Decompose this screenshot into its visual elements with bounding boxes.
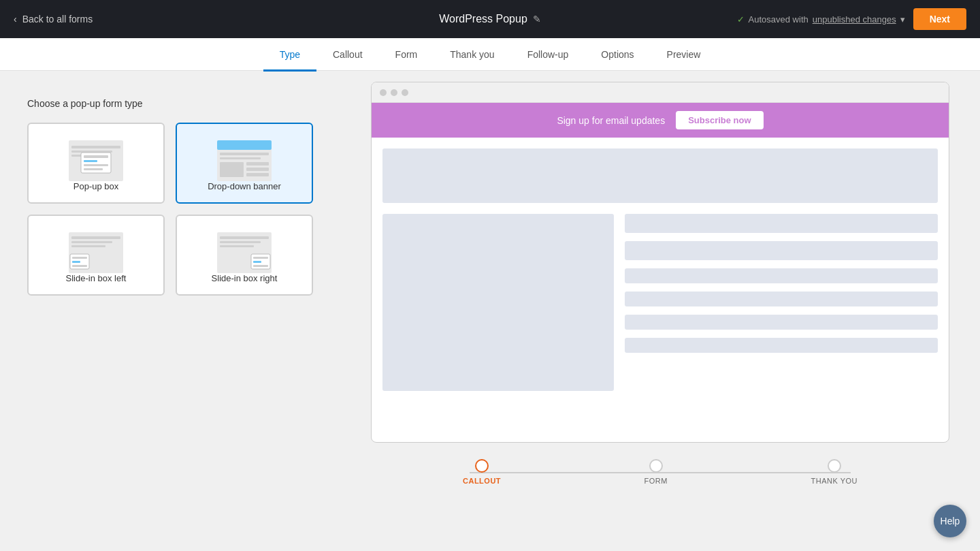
form-type-slide-in-right[interactable]: Slide-in box right xyxy=(176,215,313,296)
svg-rect-15 xyxy=(246,168,269,171)
svg-rect-16 xyxy=(246,173,269,176)
step-label-form: FORM xyxy=(644,477,668,485)
next-button[interactable]: Next xyxy=(913,8,966,30)
autosaved-status: ✓ Autosaved with unpublished changes ▾ xyxy=(737,14,905,25)
tab-preview[interactable]: Preview xyxy=(651,39,717,72)
edit-icon[interactable]: ✎ xyxy=(533,14,541,25)
tab-type[interactable]: Type xyxy=(263,39,316,72)
svg-rect-20 xyxy=(71,245,105,247)
choose-label: Choose a pop-up form type xyxy=(27,98,313,109)
unpublished-changes-link[interactable]: unpublished changes xyxy=(813,14,896,25)
svg-rect-12 xyxy=(220,157,261,159)
svg-rect-32 xyxy=(253,265,268,267)
skeleton-line-4 xyxy=(625,292,938,306)
browser-dot-1 xyxy=(380,89,387,96)
tabs-bar: Type Callout Form Thank you Follow-up Op… xyxy=(0,38,980,71)
svg-rect-26 xyxy=(220,236,269,239)
svg-rect-5 xyxy=(84,155,108,158)
slide-in-left-label: Slide-in box left xyxy=(66,273,127,283)
dropdown-banner-icon xyxy=(217,140,272,181)
svg-rect-7 xyxy=(84,164,108,166)
skeleton-text-block xyxy=(625,214,938,391)
skeleton-line-5 xyxy=(625,315,938,330)
tab-form[interactable]: Form xyxy=(379,39,434,72)
popup-box-label: Pop-up box xyxy=(74,181,119,191)
svg-rect-23 xyxy=(72,261,80,263)
browser-bar xyxy=(372,82,949,103)
tab-follow-up[interactable]: Follow-up xyxy=(511,39,585,72)
svg-rect-8 xyxy=(84,168,103,170)
top-nav: ‹ Back to all forms WordPress Popup ✎ ✓ … xyxy=(0,0,980,38)
svg-rect-14 xyxy=(246,162,269,166)
tab-callout[interactable]: Callout xyxy=(316,39,379,72)
form-type-dropdown-banner[interactable]: Drop-down banner xyxy=(176,123,313,204)
nav-right: ✓ Autosaved with unpublished changes ▾ N… xyxy=(737,8,966,30)
tab-thank-you[interactable]: Thank you xyxy=(434,39,510,72)
step-thank-you: THANK YOU xyxy=(811,459,858,485)
page-title: WordPress Popup ✎ xyxy=(439,13,541,25)
svg-rect-11 xyxy=(220,153,269,155)
skeleton-line-1 xyxy=(625,214,938,233)
step-label-thank-you: THANK YOU xyxy=(811,477,858,485)
svg-rect-30 xyxy=(253,257,268,259)
step-form: FORM xyxy=(644,459,668,485)
skeleton-row xyxy=(382,214,938,391)
subscribe-button[interactable]: Subscribe now xyxy=(676,111,763,129)
slide-in-right-icon xyxy=(217,232,272,273)
progress-container: CALLOUT FORM THANK YOU xyxy=(371,443,949,490)
browser-preview: Sign up for email updates Subscribe now xyxy=(371,82,949,443)
svg-rect-1 xyxy=(71,146,120,148)
step-callout: CALLOUT xyxy=(463,459,501,485)
slide-in-right-label: Slide-in box right xyxy=(212,273,278,283)
page-skeleton xyxy=(372,138,949,402)
step-circle-form xyxy=(649,459,663,473)
autosaved-text: Autosaved with xyxy=(749,14,808,25)
banner-text: Sign up for email updates xyxy=(557,115,665,126)
popup-box-icon xyxy=(69,140,123,181)
form-types-grid: Pop-up box Drop-down xyxy=(27,123,313,296)
back-arrow-icon: ‹ xyxy=(14,14,17,25)
check-icon: ✓ xyxy=(737,14,745,25)
progress-steps: CALLOUT FORM THANK YOU xyxy=(463,459,858,485)
svg-rect-31 xyxy=(253,261,261,263)
skeleton-line-3 xyxy=(625,268,938,283)
svg-rect-18 xyxy=(71,236,120,239)
dropdown-arrow-icon[interactable]: ▾ xyxy=(900,14,905,25)
svg-rect-24 xyxy=(72,265,87,267)
help-button[interactable]: Help xyxy=(934,505,966,537)
svg-rect-27 xyxy=(220,241,261,243)
svg-rect-10 xyxy=(217,140,272,150)
form-type-slide-in-left[interactable]: Slide-in box left xyxy=(27,215,165,296)
skeleton-image xyxy=(382,214,614,391)
browser-dot-2 xyxy=(391,89,397,96)
popup-banner: Sign up for email updates Subscribe now xyxy=(372,103,949,138)
step-label-callout: CALLOUT xyxy=(463,477,501,485)
tab-options[interactable]: Options xyxy=(585,39,650,72)
form-type-popup-box[interactable]: Pop-up box xyxy=(27,123,165,204)
left-panel: Choose a pop-up form type xyxy=(0,71,340,551)
svg-rect-28 xyxy=(220,245,254,247)
svg-rect-6 xyxy=(84,160,97,162)
back-label: Back to all forms xyxy=(22,14,93,25)
step-circle-thank-you xyxy=(828,459,841,473)
slide-in-left-icon xyxy=(69,232,123,273)
skeleton-hero xyxy=(382,148,938,203)
svg-rect-19 xyxy=(71,241,112,243)
dropdown-banner-label: Drop-down banner xyxy=(208,181,281,191)
browser-dot-3 xyxy=(402,89,408,96)
svg-rect-22 xyxy=(72,257,87,259)
main-content: Choose a pop-up form type xyxy=(0,71,980,551)
step-circle-callout xyxy=(475,459,489,473)
skeleton-line-2 xyxy=(625,241,938,260)
right-panel: Sign up for email updates Subscribe now xyxy=(340,71,980,551)
skeleton-line-6 xyxy=(625,338,938,353)
svg-rect-13 xyxy=(220,162,244,177)
back-button[interactable]: ‹ Back to all forms xyxy=(14,14,93,25)
